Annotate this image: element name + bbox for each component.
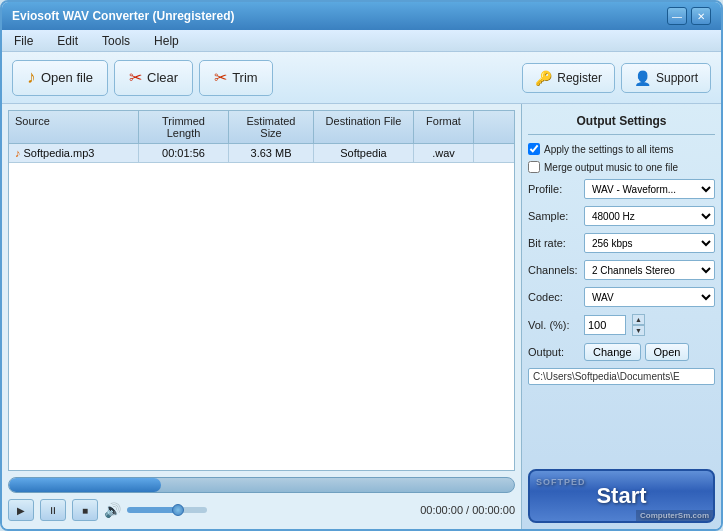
title-bar-buttons: — ✕: [667, 7, 711, 25]
apply-settings-label: Apply the settings to all items: [544, 144, 674, 155]
cell-format: .wav: [414, 144, 474, 162]
change-button[interactable]: Change: [584, 343, 641, 361]
clear-label: Clear: [147, 70, 178, 85]
watermark-footer: ComputerSm.com: [636, 510, 713, 521]
support-button[interactable]: 👤 Support: [621, 63, 711, 93]
sample-row: Sample: 48000 Hz: [528, 206, 715, 226]
apply-settings-row: Apply the settings to all items: [528, 143, 715, 155]
cell-dest: Softpedia: [314, 144, 414, 162]
menu-edit[interactable]: Edit: [53, 33, 82, 49]
start-button[interactable]: SOFTPED Start ComputerSm.com: [528, 469, 715, 523]
cell-source: ♪ Softpedia.mp3: [9, 144, 139, 162]
vol-up-button[interactable]: ▲: [632, 314, 645, 325]
merge-row: Merge output music to one file: [528, 161, 715, 173]
bitrate-select[interactable]: 256 kbps: [584, 233, 715, 253]
person-icon: 👤: [634, 70, 651, 86]
sample-select[interactable]: 48000 Hz: [584, 206, 715, 226]
channels-row: Channels: 2 Channels Stereo: [528, 260, 715, 280]
trim-button[interactable]: ✂ Trim: [199, 60, 273, 96]
channels-select[interactable]: 2 Channels Stereo: [584, 260, 715, 280]
stop-button[interactable]: ■: [72, 499, 98, 521]
output-row: Output: Change Open: [528, 343, 715, 361]
channels-label: Channels:: [528, 264, 580, 276]
header-dest: Destination File: [314, 111, 414, 143]
menu-tools[interactable]: Tools: [98, 33, 134, 49]
progress-bar-fill: [9, 478, 161, 492]
open-file-button[interactable]: ♪ Open file: [12, 60, 108, 96]
close-button[interactable]: ✕: [691, 7, 711, 25]
output-label: Output:: [528, 346, 580, 358]
codec-select[interactable]: WAV: [584, 287, 715, 307]
left-panel: Source Trimmed Length Estimated Size Des…: [2, 104, 521, 529]
vol-input[interactable]: [584, 315, 626, 335]
trim-scissors-icon: ✂: [214, 68, 227, 87]
sample-label: Sample:: [528, 210, 580, 222]
profile-select[interactable]: WAV - Waveform...: [584, 179, 715, 199]
scissors-icon: ✂: [129, 68, 142, 87]
vol-spinner: ▲ ▼: [632, 314, 645, 336]
toolbar: ♪ Open file ✂ Clear ✂ Trim 🔑 Register 👤 …: [2, 52, 721, 104]
output-buttons: Change Open: [584, 343, 689, 361]
volume-icon: 🔊: [104, 502, 121, 518]
header-estsize: Estimated Size: [229, 111, 314, 143]
support-label: Support: [656, 71, 698, 85]
codec-label: Codec:: [528, 291, 580, 303]
time-display: 00:00:00 / 00:00:00: [213, 504, 515, 516]
profile-row: Profile: WAV - Waveform...: [528, 179, 715, 199]
key-icon: 🔑: [535, 70, 552, 86]
codec-row: Codec: WAV: [528, 287, 715, 307]
merge-label: Merge output music to one file: [544, 162, 678, 173]
table-header: Source Trimmed Length Estimated Size Des…: [9, 111, 514, 144]
window-title: Eviosoft WAV Converter (Unregistered): [12, 9, 234, 23]
cell-estsize: 3.63 MB: [229, 144, 314, 162]
vol-down-button[interactable]: ▼: [632, 325, 645, 336]
header-source: Source: [9, 111, 139, 143]
clear-button[interactable]: ✂ Clear: [114, 60, 193, 96]
progress-bar-container[interactable]: [8, 477, 515, 493]
volume-thumb: [172, 504, 184, 516]
open-file-label: Open file: [41, 70, 93, 85]
main-content: Source Trimmed Length Estimated Size Des…: [2, 104, 721, 529]
bitrate-label: Bit rate:: [528, 237, 580, 249]
music-note-icon: ♪: [27, 67, 36, 88]
open-output-button[interactable]: Open: [645, 343, 690, 361]
main-window: Eviosoft WAV Converter (Unregistered) — …: [0, 0, 723, 531]
vol-row: Vol. (%): ▲ ▼: [528, 314, 715, 336]
cell-trimmed: 00:01:56: [139, 144, 229, 162]
menu-file[interactable]: File: [10, 33, 37, 49]
apply-settings-checkbox[interactable]: [528, 143, 540, 155]
menu-help[interactable]: Help: [150, 33, 183, 49]
start-label: Start: [596, 483, 646, 509]
file-icon: ♪: [15, 147, 21, 159]
register-label: Register: [557, 71, 602, 85]
trim-label: Trim: [232, 70, 258, 85]
title-bar: Eviosoft WAV Converter (Unregistered) — …: [2, 2, 721, 30]
merge-checkbox[interactable]: [528, 161, 540, 173]
register-button[interactable]: 🔑 Register: [522, 63, 615, 93]
output-settings-title: Output Settings: [528, 110, 715, 135]
minimize-button[interactable]: —: [667, 7, 687, 25]
profile-label: Profile:: [528, 183, 580, 195]
table-row[interactable]: ♪ Softpedia.mp3 00:01:56 3.63 MB Softped…: [9, 144, 514, 163]
volume-slider[interactable]: [127, 507, 207, 513]
file-table: Source Trimmed Length Estimated Size Des…: [8, 110, 515, 471]
right-panel: Output Settings Apply the settings to al…: [521, 104, 721, 529]
bitrate-row: Bit rate: 256 kbps: [528, 233, 715, 253]
menu-bar: File Edit Tools Help: [2, 30, 721, 52]
start-watermark: SOFTPED: [536, 477, 586, 487]
pause-button[interactable]: ⏸: [40, 499, 66, 521]
player-controls: ▶ ⏸ ■ 🔊 00:00:00 / 00:00:00: [8, 497, 515, 523]
header-trimmed: Trimmed Length: [139, 111, 229, 143]
header-format: Format: [414, 111, 474, 143]
vol-label: Vol. (%):: [528, 319, 580, 331]
play-button[interactable]: ▶: [8, 499, 34, 521]
output-path: C:\Users\Softpedia\Documents\E: [528, 368, 715, 385]
